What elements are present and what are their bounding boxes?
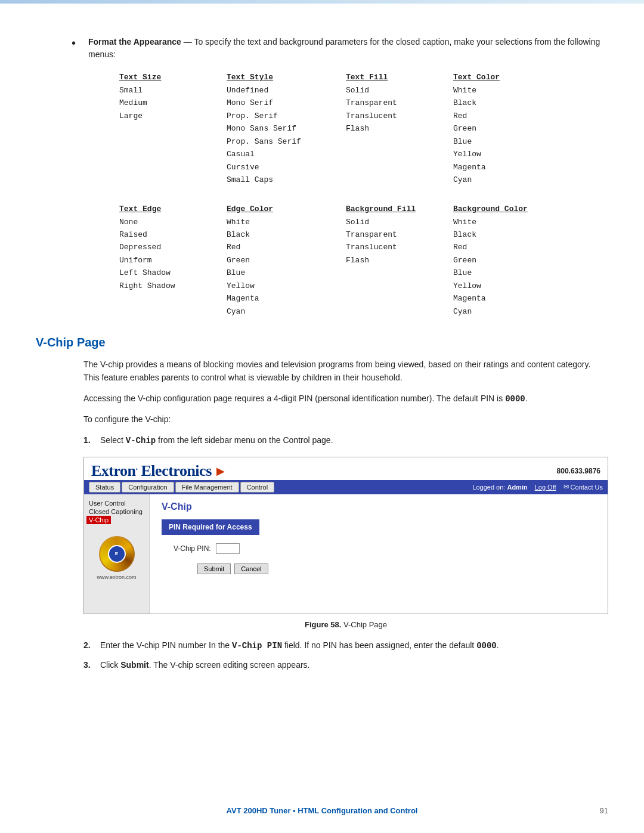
figure-caption-text: V-Chip Page bbox=[343, 620, 387, 629]
bullet-section: • Format the Appearance — To specify the… bbox=[72, 36, 608, 318]
figure-caption: Figure 58. V-Chip Page bbox=[83, 620, 608, 629]
sidebar-logo: E bbox=[99, 536, 135, 572]
step-3-text: Click Submit. The V-chip screen editing … bbox=[100, 658, 608, 671]
nav-tabs: Status Configuration File Management Con… bbox=[89, 482, 274, 493]
pin-field-row: V-Chip PIN: bbox=[174, 543, 596, 554]
nav-tab-control[interactable]: Control bbox=[240, 482, 274, 493]
screenshot-mockup: Extron. Electronics ▶ 800.633.9876 Statu… bbox=[83, 457, 608, 614]
menu-header-text-size: Text Size bbox=[119, 73, 215, 82]
menu-header-background-color: Background Color bbox=[453, 205, 572, 213]
menu-items-text-size: Small Medium Large bbox=[119, 84, 215, 122]
footer-left: AVT 200HD Tuner • HTML Configuration and… bbox=[227, 806, 418, 815]
vchip-section: V-Chip Page The V-chip provides a means … bbox=[36, 336, 608, 672]
sidebar-logo-inner: E bbox=[100, 537, 134, 571]
menu-col-text-fill: Text Fill Solid Transparent Translucent … bbox=[346, 73, 441, 187]
menu-items-text-fill: Solid Transparent Translucent Flash bbox=[346, 84, 441, 135]
screen-body: User Control Closed Captioning V-Chip E bbox=[84, 494, 608, 614]
sidebar-logo-center: E bbox=[108, 545, 126, 563]
log-off-button[interactable]: Log Off bbox=[535, 484, 556, 491]
figure-label: Figure 58. bbox=[305, 620, 341, 629]
pin-label: V-Chip PIN: bbox=[174, 544, 211, 553]
contact-us-label: Contact Us bbox=[571, 484, 603, 491]
www-text: www.extron.com bbox=[97, 574, 136, 580]
menu-grid-row1: Text Size Small Medium Large Text Style … bbox=[119, 73, 608, 187]
menu-header-edge-color: Edge Color bbox=[227, 205, 334, 213]
extron-header: Extron. Electronics ▶ 800.633.9876 bbox=[84, 457, 608, 480]
content-area: • Format the Appearance — To specify the… bbox=[36, 36, 608, 672]
bullet-dash: — bbox=[184, 37, 194, 47]
extron-logo-text: Extron. Electronics bbox=[91, 462, 212, 480]
extron-logo-icon: ▶ bbox=[216, 465, 225, 478]
menu-items-text-edge: None Raised Depressed Uniform Left Shado… bbox=[119, 216, 215, 293]
sidebar-item-user-control[interactable]: User Control bbox=[86, 499, 147, 507]
bullet-text: Format the Appearance — To specify the t… bbox=[88, 36, 608, 61]
step-1-num: 1. bbox=[83, 433, 100, 447]
nav-bar: Status Configuration File Management Con… bbox=[84, 480, 608, 494]
bullet-dot: • bbox=[72, 36, 83, 50]
menu-items-background-fill: Solid Transparent Translucent Flash bbox=[346, 216, 441, 267]
pin-input[interactable] bbox=[216, 543, 240, 554]
button-row: Submit Cancel bbox=[197, 563, 596, 574]
logged-on: Logged on: Admin bbox=[472, 484, 527, 491]
screen-main-title: V-Chip bbox=[162, 501, 596, 512]
menu-col-background-color: Background Color White Black Red Green B… bbox=[453, 205, 572, 318]
step-2-text: Enter the V-chip PIN number In the V-Chi… bbox=[100, 639, 608, 652]
menu-col-background-fill: Background Fill Solid Transparent Transl… bbox=[346, 205, 441, 318]
section-heading: V-Chip Page bbox=[36, 336, 608, 349]
menu-col-text-color: Text Color White Black Red Green Blue Ye… bbox=[453, 73, 572, 187]
menu-items-background-color: White Black Red Green Blue Yellow Magent… bbox=[453, 216, 572, 318]
sidebar: User Control Closed Captioning V-Chip E bbox=[84, 494, 150, 614]
step1-code: V-Chip bbox=[126, 436, 156, 445]
sidebar-logo-area: E www.extron.com bbox=[86, 536, 147, 580]
phone-number: 800.633.9876 bbox=[557, 467, 600, 475]
footer-page-number: 91 bbox=[600, 806, 608, 815]
sidebar-section: User Control Closed Captioning V-Chip bbox=[86, 499, 147, 524]
nav-right: Logged on: Admin Log Off ✉ Contact Us bbox=[472, 483, 603, 491]
numbered-list: 1. Select V-Chip from the left sidebar m… bbox=[83, 433, 608, 672]
envelope-icon: ✉ bbox=[564, 483, 569, 491]
nav-tab-file-management[interactable]: File Management bbox=[175, 482, 239, 493]
step-1: 1. Select V-Chip from the left sidebar m… bbox=[83, 433, 608, 447]
menu-items-text-style: Undefined Mono Serif Prop. Serif Mono Sa… bbox=[227, 84, 334, 187]
page-footer: AVT 200HD Tuner • HTML Configuration and… bbox=[0, 806, 644, 815]
menu-header-text-fill: Text Fill bbox=[346, 73, 441, 82]
cancel-button[interactable]: Cancel bbox=[234, 563, 268, 574]
nav-tab-configuration[interactable]: Configuration bbox=[122, 482, 174, 493]
section-para1: The V-chip provides a means of blocking … bbox=[83, 358, 608, 385]
submit-button[interactable]: Submit bbox=[197, 563, 231, 574]
step-3-num: 3. bbox=[83, 658, 100, 671]
bullet-item: • Format the Appearance — To specify the… bbox=[72, 36, 608, 61]
step-3: 3. Click Submit. The V-chip screen editi… bbox=[83, 658, 608, 671]
extron-logo: Extron. Electronics ▶ bbox=[91, 462, 225, 480]
sidebar-item-vchip[interactable]: V-Chip bbox=[86, 516, 111, 524]
section-para3: To configure the V-chip: bbox=[83, 413, 608, 426]
step-2: 2. Enter the V-chip PIN number In the V-… bbox=[83, 639, 608, 652]
menu-items-text-color: White Black Red Green Blue Yellow Magent… bbox=[453, 84, 572, 187]
step-1-text: Select V-Chip from the left sidebar menu… bbox=[100, 433, 608, 447]
page-container: • Format the Appearance — To specify the… bbox=[0, 0, 644, 833]
pin-required-box: PIN Required for Access bbox=[162, 519, 259, 535]
logged-on-user: Admin bbox=[507, 484, 527, 491]
contact-us-link[interactable]: ✉ Contact Us bbox=[564, 483, 603, 491]
menu-header-background-fill: Background Fill bbox=[346, 205, 441, 213]
menu-items-edge-color: White Black Red Green Blue Yellow Magent… bbox=[227, 216, 334, 318]
menu-header-text-color: Text Color bbox=[453, 73, 572, 82]
menu-col-edge-color: Edge Color White Black Red Green Blue Ye… bbox=[227, 205, 334, 318]
menu-grid-row2: Text Edge None Raised Depressed Uniform … bbox=[119, 205, 608, 318]
sidebar-item-closed-captioning[interactable]: Closed Captioning bbox=[86, 507, 147, 516]
menu-col-text-size: Text Size Small Medium Large bbox=[119, 73, 215, 187]
bullet-label: Format the Appearance bbox=[88, 37, 181, 47]
default-pin: 0000 bbox=[505, 394, 525, 404]
menu-col-text-edge: Text Edge None Raised Depressed Uniform … bbox=[119, 205, 215, 318]
main-screen-content: V-Chip PIN Required for Access V-Chip PI… bbox=[150, 494, 608, 614]
step2-default-pin: 0000 bbox=[476, 640, 497, 650]
section-para2: Accessing the V-chip configuration page … bbox=[83, 392, 608, 405]
menu-header-text-style: Text Style bbox=[227, 73, 334, 82]
menu-header-text-edge: Text Edge bbox=[119, 205, 215, 213]
top-stripe bbox=[0, 0, 644, 4]
step-2-num: 2. bbox=[83, 639, 100, 652]
menu-col-text-style: Text Style Undefined Mono Serif Prop. Se… bbox=[227, 73, 334, 187]
step2-code: V-Chip PIN bbox=[232, 641, 282, 651]
step3-code: Submit bbox=[120, 660, 148, 670]
nav-tab-status[interactable]: Status bbox=[89, 482, 120, 493]
